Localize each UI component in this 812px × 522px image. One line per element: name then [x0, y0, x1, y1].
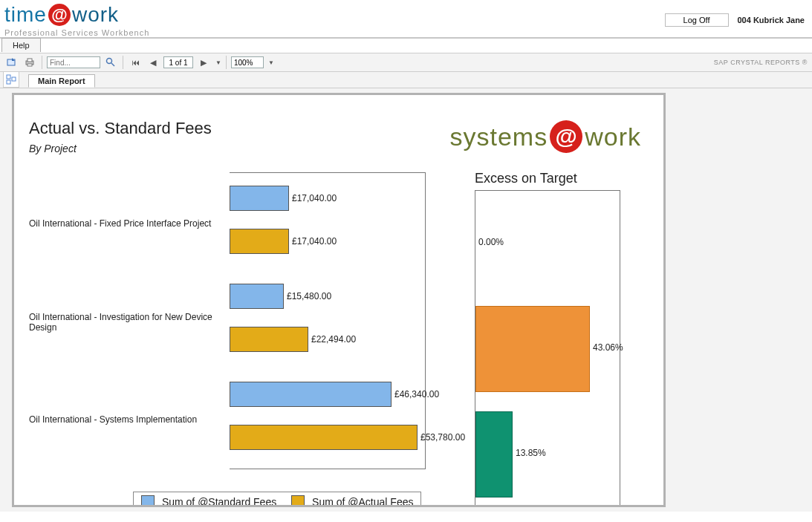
systems-at-work-logo: systems @ work [450, 120, 641, 153]
bar-actual [230, 425, 418, 450]
page-dropdown-icon[interactable]: ▼ [215, 59, 221, 66]
bar-value-label: £22,494.00 [311, 334, 356, 345]
legend-item-standard: Sum of @Standard Fees [141, 495, 276, 507]
excess-bar [475, 411, 513, 497]
legend-item-actual: Sum of @Actual Fees [291, 495, 413, 507]
prev-page-icon[interactable]: ◀ [146, 56, 160, 69]
bar-value-label: £53,780.00 [420, 432, 465, 443]
page-indicator[interactable] [163, 56, 193, 68]
svg-line-5 [111, 63, 114, 66]
first-page-icon[interactable]: ⏮ [128, 56, 143, 69]
excess-value-label: 0.00% [478, 237, 504, 247]
report-tab-bar: Main Report [0, 72, 812, 88]
crystal-reports-brand: SAP CRYSTAL REPORTS ® [714, 59, 808, 66]
bar-standard [230, 186, 289, 211]
find-input[interactable] [47, 56, 100, 68]
app-logo: time @ work Professional Services Workbe… [4, 3, 149, 37]
toolbar-separator [226, 56, 227, 69]
svg-rect-2 [27, 59, 32, 62]
find-icon[interactable] [103, 56, 118, 69]
bar-standard [230, 382, 392, 407]
bar-standard [230, 284, 284, 309]
zoom-input[interactable] [231, 56, 264, 68]
menu-help[interactable]: Help [1, 38, 41, 52]
logo-at-icon: @ [48, 4, 71, 26]
brand-text-right: work [585, 123, 641, 151]
project-label: Oil International - Systems Implementati… [29, 414, 222, 425]
svg-rect-7 [7, 80, 10, 84]
excess-bar [475, 306, 590, 392]
bar-value-label: £46,340.00 [394, 389, 439, 399]
toolbar-separator [123, 56, 123, 69]
brand-text-left: systems [450, 123, 548, 151]
print-icon[interactable] [22, 56, 37, 69]
brand-at-icon: @ [550, 120, 582, 153]
report-toolbar: ⏮ ◀ ▶ ▼ ▼ SAP CRYSTAL REPORTS ® [0, 53, 812, 72]
export-icon[interactable] [4, 56, 19, 69]
bar-actual [230, 327, 308, 352]
project-label: Oil International - Fixed Price Interfac… [29, 218, 222, 229]
project-label: Oil International - Investigation for Ne… [29, 312, 222, 333]
chart-legend: Sum of @Standard Fees Sum of @Actual Fee… [133, 492, 421, 507]
report-page: Actual vs. Standard Fees By Project syst… [12, 93, 666, 507]
bar-value-label: £17,040.00 [292, 193, 337, 203]
legend-swatch-actual [291, 495, 305, 506]
zoom-dropdown-icon[interactable]: ▼ [268, 59, 274, 66]
svg-rect-6 [7, 75, 10, 79]
legend-swatch-standard [141, 495, 155, 506]
logo-text-right: work [72, 3, 119, 27]
menu-bar: Help [0, 37, 812, 53]
tab-main-report[interactable]: Main Report [28, 74, 95, 88]
excess-bar-chart: 0.00% 43.06% 13.85% [475, 190, 620, 506]
logo-text-left: time [4, 3, 47, 27]
bar-value-label: £15,480.00 [287, 291, 331, 301]
svg-rect-8 [12, 77, 16, 81]
next-page-icon[interactable]: ▶ [196, 56, 211, 69]
app-tagline: Professional Services Workbench [4, 28, 149, 37]
bar-value-label: £17,040.00 [292, 236, 337, 247]
toolbar-separator [42, 56, 42, 69]
report-canvas: Actual vs. Standard Fees By Project syst… [0, 88, 812, 512]
bar-actual [230, 229, 289, 254]
excess-value-label: 43.06% [593, 342, 623, 353]
svg-point-4 [107, 59, 112, 64]
log-off-button[interactable]: Log Off [665, 13, 729, 27]
current-user-label: 004 Kubrick Jane [738, 16, 805, 25]
group-tree-toggle-icon[interactable] [3, 71, 19, 88]
app-header: time @ work Professional Services Workbe… [0, 0, 812, 36]
excess-value-label: 13.85% [516, 448, 546, 458]
svg-rect-3 [27, 64, 32, 66]
excess-chart-title: Excess on Target [475, 171, 577, 186]
